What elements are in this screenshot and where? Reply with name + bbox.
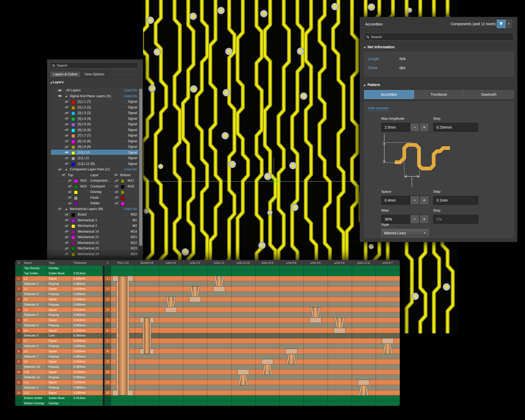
visibility-toggle[interactable]: [65, 138, 69, 144]
layer-row-L9 (9)[interactable]: [9] L9 (9)Signal: [51, 144, 139, 150]
pair-bottom-swatch[interactable]: [121, 183, 124, 189]
layer-color-swatch[interactable]: [71, 144, 75, 150]
layer-color-swatch[interactable]: [71, 161, 75, 167]
miter-input[interactable]: 30%: [381, 215, 410, 224]
visibility-toggle[interactable]: [68, 200, 72, 206]
collapse-triangle-icon[interactable]: ◢: [65, 166, 67, 172]
layer-row-Overlay[interactable]: Overlay: [51, 189, 139, 195]
layer-row-Mechanical 22[interactable]: Mechanical 22M22: [51, 240, 139, 246]
layer-color-swatch[interactable]: [71, 234, 75, 240]
visibility-toggle[interactable]: [114, 172, 118, 178]
layer-color-swatch[interactable]: [71, 229, 75, 234]
visibility-toggle[interactable]: [65, 150, 69, 155]
layer-row-Board[interactable]: BoardM32: [51, 212, 139, 217]
layer-row-L6 (6)[interactable]: [6] L6 (6)Signal: [51, 127, 139, 133]
row-right-label[interactable]: Used On: [124, 87, 137, 93]
visibility-toggle[interactable]: [114, 183, 119, 189]
layer-row-Solder[interactable]: Solder: [51, 200, 139, 206]
layer-color-swatch[interactable]: [71, 104, 75, 110]
layer-row-All Layers[interactable]: All LayersUsed On: [51, 87, 139, 93]
layer-color-swatch[interactable]: [71, 127, 75, 133]
layer-color-swatch[interactable]: [71, 223, 75, 229]
visibility-toggle[interactable]: [65, 116, 69, 122]
layer-color-swatch[interactable]: [71, 133, 75, 138]
tab-view-options[interactable]: View Options: [81, 71, 108, 77]
layer-color-swatch[interactable]: [71, 110, 75, 116]
amp-step-input[interactable]: 0.254mm: [433, 123, 478, 132]
row-right-label[interactable]: Used On: [124, 206, 137, 212]
pair-bottom-swatch[interactable]: [121, 178, 124, 183]
layers-section-header[interactable]: ◢ Layers: [50, 80, 64, 84]
tab-layers-and-colors[interactable]: Layers & Colors: [50, 71, 81, 77]
collapse-triangle-icon[interactable]: ◢: [65, 93, 67, 99]
space-minus-button[interactable]: −: [410, 196, 419, 205]
layer-color-swatch[interactable]: [71, 138, 75, 144]
visibility-toggle[interactable]: [65, 127, 69, 133]
pair-top-swatch[interactable]: [74, 200, 78, 206]
layer-row-Component...[interactable]: M13Component...M12: [51, 178, 139, 183]
amplitude-plus-button[interactable]: +: [419, 123, 429, 132]
style-dropdown[interactable]: Mitered Lines ▼: [381, 229, 429, 237]
pattern-header[interactable]: ◢ Pattern: [364, 83, 380, 87]
visibility-toggle[interactable]: [65, 144, 69, 150]
layer-color-swatch[interactable]: [71, 217, 75, 223]
layer-row-Paste[interactable]: Paste: [51, 195, 139, 201]
properties-search-input[interactable]: Search: [364, 33, 514, 41]
layer-row-Courtyard[interactable]: M15CourtyardM16: [51, 183, 139, 189]
tab-trombone[interactable]: Trombone: [414, 90, 464, 99]
scope-filter-dropdown-button[interactable]: ▼: [506, 20, 512, 28]
visibility-toggle[interactable]: [65, 133, 69, 138]
layer-color-swatch[interactable]: [71, 99, 75, 104]
max-amplitude-input[interactable]: 2.5mm: [381, 123, 410, 132]
layer-color-swatch[interactable]: [71, 155, 75, 161]
layer-row-L3 (3)[interactable]: [3] L3 (3)Signal: [51, 110, 139, 116]
pair-bottom-swatch[interactable]: [121, 195, 124, 201]
layer-color-swatch[interactable]: [71, 245, 75, 251]
space-plus-button[interactable]: +: [419, 196, 429, 205]
visibility-toggle[interactable]: [65, 110, 69, 116]
visibility-toggle[interactable]: [65, 161, 69, 167]
pair-top-swatch[interactable]: [74, 178, 78, 183]
visibility-toggle[interactable]: [61, 172, 66, 178]
visibility-toggle[interactable]: [58, 166, 62, 172]
layer-row-Mechanical Layers (M)[interactable]: ◢Mechanical Layers (M)Used On: [51, 206, 139, 212]
layer-row-L7 (7)[interactable]: [7] L7 (7)Signal: [51, 133, 139, 138]
row-right-label[interactable]: Used On: [124, 166, 137, 172]
visibility-toggle[interactable]: [65, 121, 69, 127]
visibility-toggle[interactable]: [65, 217, 69, 223]
visibility-toggle[interactable]: [65, 234, 69, 240]
layer-row-Component Layer Pairs (C)[interactable]: ◢Component Layer Pairs (C)Used On: [51, 166, 139, 172]
amplitude-minus-button[interactable]: −: [410, 123, 419, 132]
visibility-toggle[interactable]: [114, 189, 119, 195]
visibility-toggle[interactable]: [58, 206, 62, 212]
visibility-toggle[interactable]: [68, 195, 72, 201]
layer-row-L10[interactable]: [10] L10Signal: [51, 150, 139, 155]
layer-row-Mechanical 21[interactable]: Mechanical 21M21: [51, 234, 139, 240]
scope-filter-button[interactable]: [497, 20, 506, 28]
layer-row-L5 (5)[interactable]: [5] L5 (5)Signal: [51, 121, 139, 127]
layer-row-Signal And Plane Layers (S)[interactable]: ◢Signal And Plane Layers (S)Used On: [51, 93, 139, 99]
layer-row-Mechanical 2[interactable]: Mechanical 2M2: [51, 223, 139, 229]
visibility-toggle[interactable]: [65, 251, 69, 257]
layer-color-swatch[interactable]: [71, 121, 75, 127]
visibility-toggle[interactable]: [65, 212, 69, 217]
layers-search-input[interactable]: Search: [50, 62, 138, 69]
space-step-input[interactable]: 0.1mm: [433, 196, 478, 205]
visibility-toggle[interactable]: [65, 223, 69, 229]
layer-row-Mechanical 23[interactable]: Mechanical 23M23: [51, 245, 139, 251]
visibility-toggle[interactable]: [65, 229, 69, 234]
visibility-toggle[interactable]: [65, 155, 69, 161]
visibility-toggle[interactable]: [68, 178, 72, 183]
layer-color-swatch[interactable]: [71, 212, 75, 217]
layer-color-swatch[interactable]: [71, 251, 75, 257]
layer-row-L12 (B)[interactable]: [12] L12 (B)Signal: [51, 161, 139, 167]
collapse-triangle-icon[interactable]: ◢: [65, 206, 67, 212]
layers-scrollbar-thumb[interactable]: [139, 88, 142, 246]
visibility-toggle[interactable]: [68, 183, 72, 189]
pair-top-swatch[interactable]: [74, 189, 78, 195]
net-information-header[interactable]: ◢ Net Information: [364, 45, 395, 49]
miter-plus-button[interactable]: +: [419, 215, 429, 224]
pair-bottom-swatch[interactable]: [121, 189, 124, 195]
scope-label[interactable]: Components (and 12 more): [451, 22, 496, 26]
layer-row-Mechanical 14[interactable]: Mechanical 14M14: [51, 229, 139, 234]
